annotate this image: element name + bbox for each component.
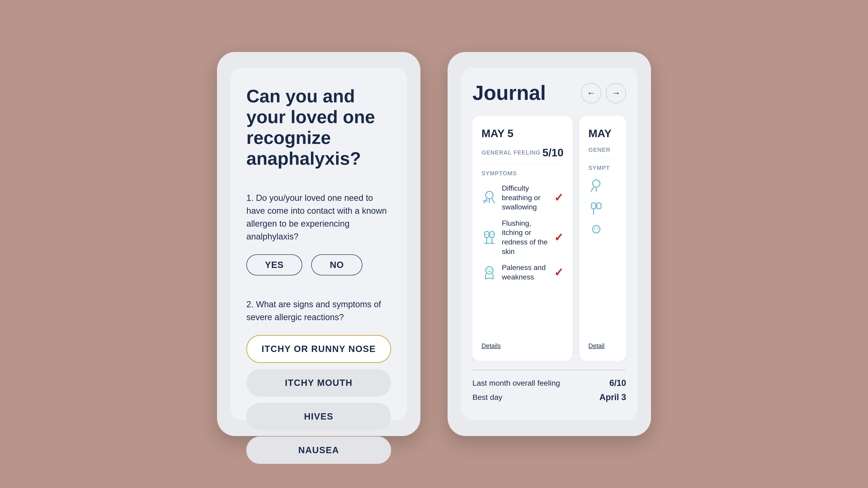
- nav-back-button[interactable]: ←: [581, 83, 601, 103]
- option-hives[interactable]: HIVES: [246, 403, 391, 430]
- journal-card-main: MAY 5 GENERAL FEELING 5/10 SYMPTOMS: [472, 116, 572, 361]
- phone-right: Journal ← → MAY 5 GENERAL FEELING: [447, 52, 651, 436]
- symptom-row-2: Flushing, itching or redness of the skin…: [482, 219, 563, 256]
- card-date: MAY 5: [482, 127, 563, 140]
- question-1-text: 1. Do you/your loved one need to have co…: [246, 192, 391, 243]
- skin-icon: [482, 230, 497, 246]
- screens-container: Can you and your loved one recognize ana…: [217, 52, 651, 436]
- no-button[interactable]: NO: [311, 254, 362, 275]
- q1-number: 1.: [246, 193, 254, 203]
- partial-symptom-1: [588, 178, 617, 194]
- feeling-label: GENERAL FEELING: [482, 149, 541, 156]
- option-nausea[interactable]: NAUSEA: [246, 436, 391, 464]
- symptom-text-1: Difficulty breathing or swallowing: [502, 184, 550, 212]
- svg-point-11: [593, 225, 600, 233]
- symptom-check-1: ✓: [554, 191, 563, 204]
- svg-rect-9: [592, 203, 596, 209]
- last-month-value: 6/10: [610, 378, 626, 388]
- symptom-check-2: ✓: [554, 231, 563, 244]
- feeling-value: 5/10: [542, 147, 563, 159]
- phone-left: Can you and your loved one recognize ana…: [217, 52, 421, 436]
- journal-title: Journal: [472, 81, 546, 105]
- svg-rect-1: [485, 232, 489, 237]
- answer-row: YES NO: [246, 254, 391, 275]
- summary-row-2: Best day April 3: [472, 392, 626, 402]
- back-arrow-icon: ←: [587, 88, 596, 98]
- svg-rect-10: [597, 203, 601, 209]
- phone-right-inner: Journal ← → MAY 5 GENERAL FEELING: [461, 68, 638, 420]
- partial-breathing-icon: [588, 178, 604, 194]
- last-month-label: Last month overall feeling: [472, 379, 560, 387]
- question-1-block: 1. Do you/your loved one need to have co…: [246, 192, 391, 275]
- partial-paleness-icon: [588, 223, 604, 239]
- svg-point-7: [491, 269, 492, 270]
- phone-left-inner: Can you and your loved one recognize ana…: [230, 68, 407, 420]
- card-feeling-row: GENERAL FEELING 5/10: [482, 147, 563, 164]
- partial-symptom-2: [588, 201, 617, 217]
- partial-details-link[interactable]: Detail: [588, 342, 617, 350]
- question-2-text: 2. What are signs and symptoms of severe…: [246, 298, 391, 324]
- svg-point-8: [593, 180, 600, 187]
- best-day-label: Best day: [472, 393, 502, 402]
- svg-rect-2: [490, 232, 494, 237]
- best-day-value: April 3: [599, 392, 626, 402]
- details-link[interactable]: Details: [482, 342, 563, 350]
- svg-point-0: [486, 191, 493, 199]
- paleness-icon: [482, 265, 497, 281]
- journal-card-partial: MAY GENER SYMPT: [579, 116, 626, 361]
- nav-buttons: ← →: [581, 83, 626, 103]
- journal-summary: Last month overall feeling 6/10 Best day…: [472, 370, 626, 407]
- symptom-row-1: Difficulty breathing or swallowing ✓: [482, 184, 563, 212]
- symptom-text-3: Paleness and weakness: [502, 263, 550, 282]
- quiz-title: Can you and your loved one recognize ana…: [246, 86, 391, 169]
- partial-symptom-3: [588, 223, 617, 239]
- svg-point-5: [486, 267, 493, 274]
- option-itchy-mouth[interactable]: ITCHY MOUTH: [246, 369, 391, 396]
- journal-cards-row: MAY 5 GENERAL FEELING 5/10 SYMPTOMS: [472, 116, 626, 361]
- q2-number: 2.: [246, 300, 254, 309]
- partial-symptoms-label: SYMPT: [588, 164, 617, 171]
- svg-point-13: [597, 228, 598, 229]
- svg-point-6: [487, 269, 489, 270]
- yes-button[interactable]: YES: [246, 254, 302, 275]
- symptom-text-2: Flushing, itching or redness of the skin: [502, 219, 550, 256]
- journal-header: Journal ← →: [472, 81, 626, 105]
- question-2-block: 2. What are signs and symptoms of severe…: [246, 298, 391, 470]
- breathing-icon: [482, 190, 497, 205]
- partial-skin-icon: [588, 201, 604, 217]
- partial-feeling-row: GENER: [588, 147, 617, 158]
- option-itchy-runny-nose[interactable]: ITCHY OR RUNNY NOSE: [246, 335, 391, 363]
- q1-text: Do you/your loved one need to have come …: [246, 193, 387, 241]
- partial-feeling-label: GENER: [588, 147, 610, 153]
- symptom-row-3: Paleness and weakness ✓: [482, 263, 563, 282]
- q2-text: What are signs and symptoms of severe al…: [246, 300, 381, 322]
- symptom-check-3: ✓: [554, 266, 563, 279]
- forward-arrow-icon: →: [612, 88, 620, 98]
- svg-point-3: [486, 234, 487, 235]
- partial-card-date: MAY: [588, 127, 617, 140]
- svg-point-12: [594, 228, 595, 229]
- symptoms-label: SYMPTOMS: [482, 170, 563, 177]
- summary-row-1: Last month overall feeling 6/10: [472, 378, 626, 388]
- nav-forward-button[interactable]: →: [606, 83, 626, 103]
- svg-point-4: [492, 234, 493, 235]
